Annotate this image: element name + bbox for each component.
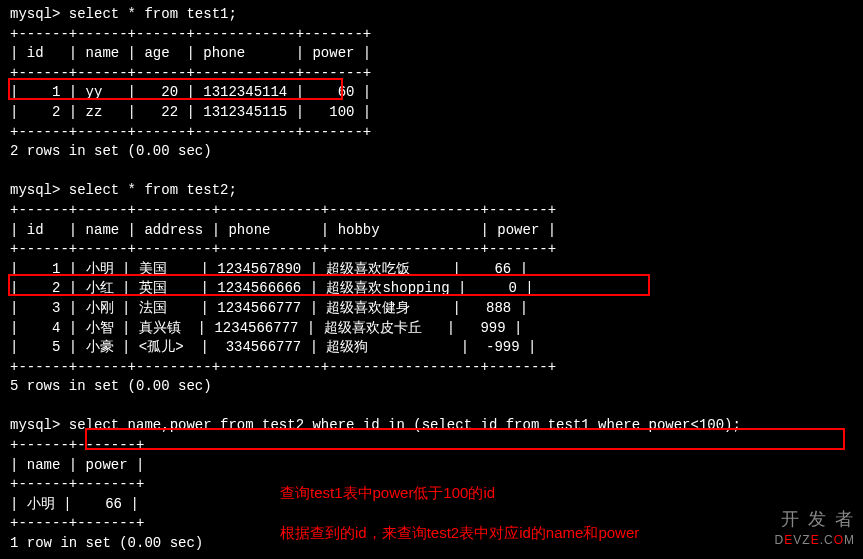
table-row: | 2 | zz | 22 | 1312345115 | 100 | (10, 103, 853, 123)
table-header: | id | name | address | phone | hobby | … (10, 221, 853, 241)
query3-line: mysql> select name,power from test2 wher… (10, 416, 853, 436)
terminal-output: mysql> select * from test1; +------+----… (10, 5, 853, 554)
sql-statement: select name,power from test2 where id in… (69, 417, 741, 433)
result-footer: 2 rows in set (0.00 sec) (10, 142, 853, 162)
table-row: | 4 | 小智 | 真兴镇 | 1234566777 | 超级喜欢皮卡丘 | … (10, 319, 853, 339)
table-header: | name | power | (10, 456, 853, 476)
watermark: 开 发 者 DEVZE.COM (775, 507, 855, 549)
mysql-prompt: mysql> (10, 182, 69, 198)
table-row: | 3 | 小刚 | 法国 | 1234566777 | 超级喜欢健身 | 88… (10, 299, 853, 319)
table-divider: +------+------+---------+------------+--… (10, 201, 853, 221)
table-divider: +------+------+---------+------------+--… (10, 240, 853, 260)
watermark-en: DEVZE.COM (775, 532, 855, 549)
table-divider: +------+------+------+------------+-----… (10, 64, 853, 84)
table-divider: +------+------+------+------------+-----… (10, 25, 853, 45)
blank-line (10, 162, 853, 182)
table-divider: +------+------+------+------------+-----… (10, 123, 853, 143)
sql-statement: select * from test1; (69, 6, 237, 22)
blank-line (10, 397, 853, 417)
table-divider: +------+-------+ (10, 436, 853, 456)
sql-statement: select * from test2; (69, 182, 237, 198)
annotation-1: 查询test1表中power低于100的id (280, 482, 495, 503)
table-row: | 5 | 小豪 | <孤儿> | 334566777 | 超级狗 | -999… (10, 338, 853, 358)
table-row: | 1 | 小明 | 美国 | 1234567890 | 超级喜欢吃饭 | 66… (10, 260, 853, 280)
table-row: | 2 | 小红 | 英国 | 1234566666 | 超级喜欢shoppin… (10, 279, 853, 299)
watermark-cn: 开 发 者 (775, 507, 855, 532)
query1-line: mysql> select * from test1; (10, 5, 853, 25)
mysql-prompt: mysql> (10, 417, 69, 433)
table-divider: +------+------+---------+------------+--… (10, 358, 853, 378)
annotation-2: 根据查到的id，来查询test2表中对应id的name和power (280, 522, 639, 543)
table-header: | id | name | age | phone | power | (10, 44, 853, 64)
table-row: | 1 | yy | 20 | 1312345114 | 60 | (10, 83, 853, 103)
result-footer: 5 rows in set (0.00 sec) (10, 377, 853, 397)
mysql-prompt: mysql> (10, 6, 69, 22)
query2-line: mysql> select * from test2; (10, 181, 853, 201)
